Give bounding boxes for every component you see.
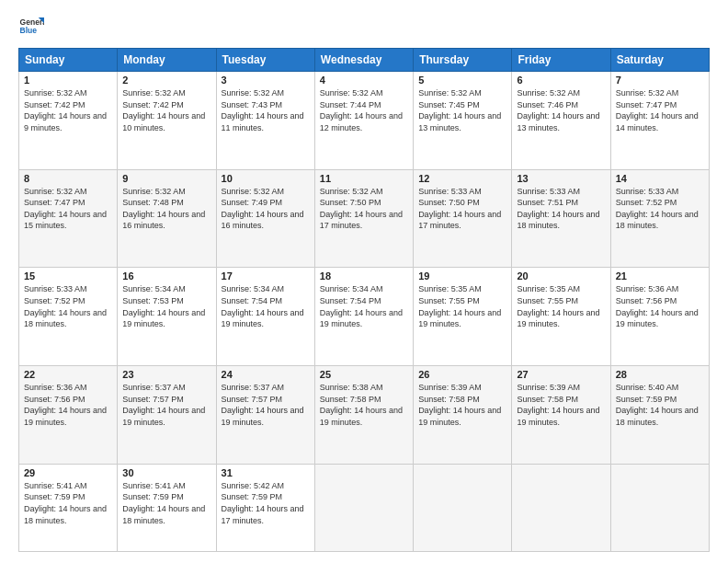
calendar-cell: 29Sunrise: 5:41 AMSunset: 7:59 PMDayligh… <box>19 464 118 551</box>
cell-info: Sunrise: 5:42 AMSunset: 7:59 PMDaylight:… <box>222 480 310 526</box>
calendar-week-1: 1Sunrise: 5:32 AMSunset: 7:42 PMDaylight… <box>19 72 710 170</box>
day-number: 5 <box>418 75 506 86</box>
calendar-cell: 22Sunrise: 5:36 AMSunset: 7:56 PMDayligh… <box>19 366 118 465</box>
calendar-cell <box>512 464 610 551</box>
cell-info: Sunrise: 5:40 AMSunset: 7:59 PMDaylight:… <box>616 382 704 428</box>
cell-info: Sunrise: 5:33 AMSunset: 7:51 PMDaylight:… <box>517 186 605 232</box>
cell-info: Sunrise: 5:32 AMSunset: 7:43 PMDaylight:… <box>222 87 310 133</box>
day-number: 28 <box>616 369 704 380</box>
day-number: 23 <box>122 369 210 380</box>
cell-info: Sunrise: 5:37 AMSunset: 7:57 PMDaylight:… <box>122 382 210 428</box>
cell-info: Sunrise: 5:32 AMSunset: 7:47 PMDaylight:… <box>616 87 704 133</box>
calendar-cell: 24Sunrise: 5:37 AMSunset: 7:57 PMDayligh… <box>216 366 314 465</box>
cell-info: Sunrise: 5:32 AMSunset: 7:48 PMDaylight:… <box>122 186 210 232</box>
calendar-cell: 8Sunrise: 5:32 AMSunset: 7:47 PMDaylight… <box>19 169 118 268</box>
calendar-cell: 6Sunrise: 5:32 AMSunset: 7:46 PMDaylight… <box>512 72 610 170</box>
calendar-week-3: 15Sunrise: 5:33 AMSunset: 7:52 PMDayligh… <box>19 268 710 366</box>
day-number: 24 <box>222 369 310 380</box>
day-number: 22 <box>24 369 112 380</box>
calendar-table: SundayMondayTuesdayWednesdayThursdayFrid… <box>18 48 710 552</box>
calendar-cell: 31Sunrise: 5:42 AMSunset: 7:59 PMDayligh… <box>216 464 314 551</box>
day-number: 21 <box>616 270 704 282</box>
calendar-cell: 20Sunrise: 5:35 AMSunset: 7:55 PMDayligh… <box>512 268 610 366</box>
cell-info: Sunrise: 5:41 AMSunset: 7:59 PMDaylight:… <box>122 480 210 526</box>
cell-info: Sunrise: 5:36 AMSunset: 7:56 PMDaylight:… <box>24 382 112 428</box>
calendar-cell: 12Sunrise: 5:33 AMSunset: 7:50 PMDayligh… <box>414 169 512 268</box>
calendar-cell: 21Sunrise: 5:36 AMSunset: 7:56 PMDayligh… <box>610 268 709 366</box>
day-number: 3 <box>222 75 310 86</box>
cell-info: Sunrise: 5:33 AMSunset: 7:52 PMDaylight:… <box>616 186 704 232</box>
day-number: 9 <box>122 173 210 184</box>
day-number: 18 <box>320 270 408 282</box>
calendar-cell <box>314 464 413 551</box>
calendar-cell: 7Sunrise: 5:32 AMSunset: 7:47 PMDaylight… <box>610 72 709 170</box>
calendar-header-wednesday: Wednesday <box>314 49 413 72</box>
header: General Blue <box>18 15 710 40</box>
calendar-cell: 3Sunrise: 5:32 AMSunset: 7:43 PMDaylight… <box>216 72 314 170</box>
cell-info: Sunrise: 5:32 AMSunset: 7:46 PMDaylight:… <box>517 87 605 133</box>
day-number: 13 <box>517 173 605 184</box>
calendar-cell: 16Sunrise: 5:34 AMSunset: 7:53 PMDayligh… <box>118 268 216 366</box>
day-number: 4 <box>320 75 408 86</box>
calendar-cell: 19Sunrise: 5:35 AMSunset: 7:55 PMDayligh… <box>414 268 512 366</box>
cell-info: Sunrise: 5:36 AMSunset: 7:56 PMDaylight:… <box>616 283 704 329</box>
calendar-cell: 23Sunrise: 5:37 AMSunset: 7:57 PMDayligh… <box>118 366 216 465</box>
calendar-header-tuesday: Tuesday <box>216 49 314 72</box>
calendar-cell: 9Sunrise: 5:32 AMSunset: 7:48 PMDaylight… <box>118 169 216 268</box>
calendar-cell: 26Sunrise: 5:39 AMSunset: 7:58 PMDayligh… <box>414 366 512 465</box>
logo-icon: General Blue <box>18 15 44 40</box>
calendar-week-4: 22Sunrise: 5:36 AMSunset: 7:56 PMDayligh… <box>19 366 710 465</box>
cell-info: Sunrise: 5:33 AMSunset: 7:50 PMDaylight:… <box>418 186 506 232</box>
cell-info: Sunrise: 5:32 AMSunset: 7:44 PMDaylight:… <box>320 87 408 133</box>
cell-info: Sunrise: 5:38 AMSunset: 7:58 PMDaylight:… <box>320 382 408 428</box>
cell-info: Sunrise: 5:34 AMSunset: 7:54 PMDaylight:… <box>222 283 310 329</box>
cell-info: Sunrise: 5:32 AMSunset: 7:50 PMDaylight:… <box>320 186 408 232</box>
cell-info: Sunrise: 5:41 AMSunset: 7:59 PMDaylight:… <box>24 480 112 526</box>
day-number: 10 <box>222 173 310 184</box>
cell-info: Sunrise: 5:34 AMSunset: 7:53 PMDaylight:… <box>122 283 210 329</box>
cell-info: Sunrise: 5:33 AMSunset: 7:52 PMDaylight:… <box>24 283 112 329</box>
cell-info: Sunrise: 5:35 AMSunset: 7:55 PMDaylight:… <box>517 283 605 329</box>
calendar-week-5: 29Sunrise: 5:41 AMSunset: 7:59 PMDayligh… <box>19 464 710 551</box>
calendar-cell: 11Sunrise: 5:32 AMSunset: 7:50 PMDayligh… <box>314 169 413 268</box>
calendar-cell: 14Sunrise: 5:33 AMSunset: 7:52 PMDayligh… <box>610 169 709 268</box>
calendar-cell: 5Sunrise: 5:32 AMSunset: 7:45 PMDaylight… <box>414 72 512 170</box>
calendar-cell: 17Sunrise: 5:34 AMSunset: 7:54 PMDayligh… <box>216 268 314 366</box>
day-number: 29 <box>24 467 112 478</box>
calendar-cell: 13Sunrise: 5:33 AMSunset: 7:51 PMDayligh… <box>512 169 610 268</box>
cell-info: Sunrise: 5:32 AMSunset: 7:42 PMDaylight:… <box>24 87 112 133</box>
day-number: 14 <box>616 173 704 184</box>
day-number: 31 <box>222 467 310 478</box>
day-number: 11 <box>320 173 408 184</box>
calendar-cell: 10Sunrise: 5:32 AMSunset: 7:49 PMDayligh… <box>216 169 314 268</box>
cell-info: Sunrise: 5:39 AMSunset: 7:58 PMDaylight:… <box>517 382 605 428</box>
calendar-header-row: SundayMondayTuesdayWednesdayThursdayFrid… <box>19 49 710 72</box>
calendar-cell <box>414 464 512 551</box>
cell-info: Sunrise: 5:32 AMSunset: 7:45 PMDaylight:… <box>418 87 506 133</box>
day-number: 19 <box>418 270 506 282</box>
calendar-header-thursday: Thursday <box>414 49 512 72</box>
cell-info: Sunrise: 5:39 AMSunset: 7:58 PMDaylight:… <box>418 382 506 428</box>
cell-info: Sunrise: 5:32 AMSunset: 7:47 PMDaylight:… <box>24 186 112 232</box>
cell-info: Sunrise: 5:32 AMSunset: 7:42 PMDaylight:… <box>122 87 210 133</box>
day-number: 30 <box>122 467 210 478</box>
day-number: 6 <box>517 75 605 86</box>
day-number: 25 <box>320 369 408 380</box>
day-number: 20 <box>517 270 605 282</box>
cell-info: Sunrise: 5:32 AMSunset: 7:49 PMDaylight:… <box>222 186 310 232</box>
calendar-cell: 2Sunrise: 5:32 AMSunset: 7:42 PMDaylight… <box>118 72 216 170</box>
calendar-cell: 18Sunrise: 5:34 AMSunset: 7:54 PMDayligh… <box>314 268 413 366</box>
day-number: 7 <box>616 75 704 86</box>
day-number: 27 <box>517 369 605 380</box>
calendar-header-sunday: Sunday <box>19 49 118 72</box>
day-number: 26 <box>418 369 506 380</box>
calendar-header-friday: Friday <box>512 49 610 72</box>
calendar-cell: 4Sunrise: 5:32 AMSunset: 7:44 PMDaylight… <box>314 72 413 170</box>
cell-info: Sunrise: 5:35 AMSunset: 7:55 PMDaylight:… <box>418 283 506 329</box>
calendar-cell: 15Sunrise: 5:33 AMSunset: 7:52 PMDayligh… <box>19 268 118 366</box>
calendar-cell: 25Sunrise: 5:38 AMSunset: 7:58 PMDayligh… <box>314 366 413 465</box>
day-number: 12 <box>418 173 506 184</box>
cell-info: Sunrise: 5:37 AMSunset: 7:57 PMDaylight:… <box>222 382 310 428</box>
calendar-cell: 27Sunrise: 5:39 AMSunset: 7:58 PMDayligh… <box>512 366 610 465</box>
day-number: 16 <box>122 270 210 282</box>
